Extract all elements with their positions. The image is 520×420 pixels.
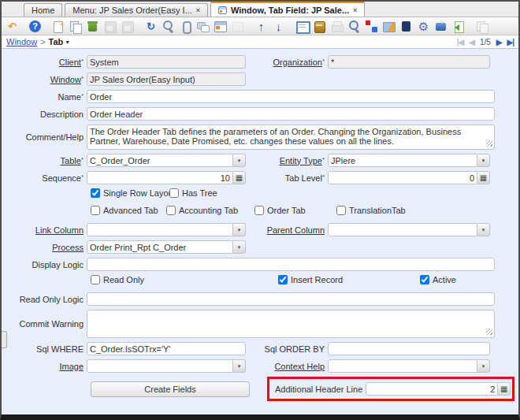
first-record-icon[interactable]: |◀ [457, 38, 464, 46]
parent-record-icon[interactable]: ↑ [254, 20, 268, 33]
tab-window-tab-field[interactable]: Window, Tab Field: JP Sale... × [210, 1, 365, 17]
advanced-tab-checkbox[interactable]: Advanced Tab [91, 206, 158, 215]
commit-warning-field[interactable] [87, 310, 495, 338]
has-tree-checkbox[interactable]: Has Tree [169, 188, 217, 198]
image-dropdown-button[interactable]: ▼ [233, 359, 246, 373]
tab-window-label: Window, Tab Field: JP Sale... [231, 6, 349, 15]
sql-where-field[interactable] [87, 342, 246, 355]
parent-column-dropdown-button[interactable]: ▼ [477, 223, 490, 236]
next-record-icon[interactable]: ▶ [496, 38, 502, 46]
entity-type-field[interactable] [328, 154, 477, 167]
tab-level-field[interactable] [328, 171, 477, 184]
single-row-layout-label: Single Row Layout [103, 188, 176, 198]
copy-record-icon[interactable] [69, 20, 82, 33]
has-tree-checkbox-input[interactable] [169, 188, 179, 198]
last-record-icon[interactable]: ▶| [507, 38, 514, 46]
description-field[interactable] [87, 107, 495, 121]
entity-type-dropdown-button[interactable]: ▼ [477, 154, 490, 167]
find-icon[interactable] [162, 20, 175, 33]
translation-tab-checkbox-input[interactable] [336, 206, 346, 215]
table-dropdown-button[interactable]: ▼ [233, 154, 246, 167]
link-column-label[interactable]: Link Column [35, 225, 84, 235]
delete-record-icon[interactable] [86, 20, 99, 33]
sequence-field[interactable] [87, 171, 233, 184]
display-logic-field[interactable] [87, 258, 495, 271]
translation-tab-checkbox[interactable]: TranslationTab [336, 206, 406, 215]
export-file-icon[interactable] [451, 20, 465, 33]
previous-record-icon[interactable]: ◀ [469, 38, 474, 46]
report-icon[interactable] [382, 20, 396, 33]
product-info-icon[interactable] [399, 20, 413, 33]
image-field[interactable] [87, 359, 233, 373]
order-tab-checkbox[interactable]: Order Tab [254, 206, 306, 215]
single-row-layout-checkbox[interactable]: Single Row Layout [91, 188, 176, 198]
active-checkbox[interactable]: Active [420, 275, 456, 284]
sql-order-by-field[interactable] [328, 342, 490, 355]
refresh-icon[interactable]: ↻ [144, 20, 158, 33]
read-only-checkbox-input[interactable] [91, 275, 100, 284]
context-help-label[interactable]: Context Help [274, 362, 325, 371]
west-panel-collapse-handle[interactable] [2, 331, 7, 348]
toggle-detail-icon[interactable] [214, 20, 227, 33]
context-help-dropdown-button[interactable]: ▼ [477, 359, 490, 373]
accounting-tab-checkbox[interactable]: Accounting Tab [166, 206, 238, 215]
close-icon[interactable]: × [353, 6, 357, 14]
tab-home[interactable]: Home [24, 3, 62, 17]
chevron-down-icon[interactable]: ▼ [65, 39, 70, 45]
breadcrumb-current-tab[interactable]: Tab [49, 37, 64, 46]
single-row-layout-checkbox-input[interactable] [91, 188, 100, 198]
comment-help-field[interactable]: The Order Header Tab defines the paramet… [87, 125, 495, 150]
parent-column-label[interactable]: Parent Column [267, 225, 325, 235]
close-icon[interactable]: × [196, 6, 200, 14]
context-help-field[interactable] [328, 359, 477, 373]
process-field[interactable] [87, 240, 233, 254]
undo-icon[interactable]: ↶ [6, 20, 19, 33]
organization-label[interactable]: Organization [273, 58, 322, 67]
read-only-checkbox[interactable]: Read Only [91, 275, 144, 284]
process-label[interactable]: Process [52, 243, 84, 252]
new-record-icon[interactable] [51, 20, 65, 33]
table-label[interactable]: Table [61, 156, 81, 165]
breadcrumb-window-link[interactable]: Window [6, 37, 37, 46]
name-field[interactable] [87, 90, 495, 103]
entity-type-label[interactable]: Entity Type [280, 156, 322, 165]
attachment-icon[interactable] [179, 20, 192, 33]
detail-record-icon[interactable]: ↓ [272, 20, 285, 33]
chat-icon[interactable] [196, 20, 210, 33]
find-next-icon[interactable] [347, 20, 361, 33]
required-marker: * [322, 58, 325, 65]
organization-field [328, 55, 490, 69]
advanced-tab-checkbox-input[interactable] [91, 206, 100, 215]
accounting-tab-checkbox-input[interactable] [166, 206, 176, 215]
table-field[interactable] [87, 154, 233, 167]
export-icon[interactable] [434, 20, 448, 33]
active-checkbox-input[interactable] [420, 275, 429, 284]
parent-column-field[interactable] [328, 223, 477, 236]
tab-menu[interactable]: Menu: JP Sales Order(Easy I... × [65, 3, 208, 17]
create-fields-button[interactable]: Create Fields [91, 381, 250, 397]
calculator-icon[interactable]: ▦ [477, 171, 490, 184]
accounting-tab-label: Accounting Tab [179, 206, 238, 215]
order-tab-checkbox-input[interactable] [254, 206, 264, 215]
image-label[interactable]: Image [59, 362, 84, 371]
insert-record-checkbox-input[interactable] [278, 275, 288, 284]
calculator-icon[interactable]: ▦ [498, 382, 511, 396]
process-icon[interactable]: ⚙ [417, 20, 430, 33]
tab-level-label: Tab Level [285, 173, 322, 183]
required-marker: * [81, 58, 84, 65]
help-icon[interactable]: ? [29, 20, 41, 32]
insert-record-checkbox[interactable]: Insert Record [278, 275, 343, 284]
process-dropdown-button[interactable]: ▼ [233, 240, 246, 254]
grid-view-icon[interactable] [295, 20, 309, 33]
calculator-icon[interactable]: ▦ [233, 171, 246, 184]
window-label[interactable]: Window [50, 75, 81, 84]
client-label[interactable]: Client [59, 58, 81, 67]
workflow-icon[interactable] [365, 20, 378, 33]
additional-header-line-field[interactable] [366, 382, 498, 396]
archive-icon[interactable] [313, 20, 326, 33]
collapse-icon [231, 20, 244, 33]
link-column-field[interactable] [87, 223, 233, 236]
read-only-logic-field[interactable] [87, 292, 495, 306]
link-column-dropdown-button[interactable]: ▼ [233, 223, 246, 236]
required-marker: * [81, 156, 84, 163]
